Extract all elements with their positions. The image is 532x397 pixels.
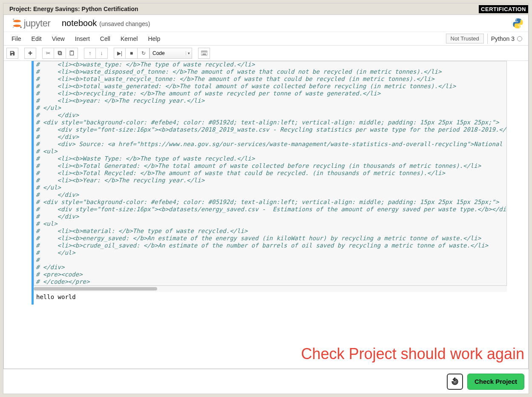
svg-rect-15	[202, 54, 206, 55]
svg-rect-10	[201, 52, 202, 52]
code-line[interactable]: # <div> Source: <a href="https://www.nea…	[36, 141, 505, 148]
code-line[interactable]: # <div style="font-size:16px"><b>dataset…	[36, 206, 505, 213]
svg-point-5	[516, 19, 517, 20]
menu-view[interactable]: View	[47, 33, 70, 45]
code-line[interactable]: # <li><b>total_waste_generated: </b>The …	[36, 83, 505, 90]
kernel-indicator[interactable]: Python 3	[487, 34, 526, 44]
code-line[interactable]: # <li><b>crude_oil_saved: </b>An estimat…	[36, 242, 505, 249]
save-icon	[9, 50, 15, 56]
code-line[interactable]: # <li><b>waste_type: </b>The type of was…	[36, 61, 505, 68]
notebook-header: jupyter notebook (unsaved changes)	[4, 15, 528, 32]
project-title: Project: Energy Savings: Python Certific…	[9, 6, 138, 12]
cut-icon: ✂	[46, 50, 50, 56]
code-line[interactable]: # <li><b>Waste Type: </b>The type of was…	[36, 155, 505, 162]
copy-button[interactable]	[54, 48, 66, 59]
code-line[interactable]: # </code></pre>	[36, 278, 505, 285]
move-up-button[interactable]: ↑	[84, 48, 96, 59]
code-line[interactable]: #	[36, 256, 505, 264]
reset-icon	[451, 377, 459, 386]
svg-rect-13	[205, 52, 206, 52]
svg-rect-12	[204, 52, 204, 52]
svg-rect-11	[203, 52, 204, 52]
code-line[interactable]: # </div>	[36, 112, 505, 119]
cell-type-value: Code	[152, 50, 165, 56]
svg-point-0	[13, 20, 21, 22]
scrollbar-thumb[interactable]	[34, 287, 157, 291]
cell-type-select[interactable]: Code	[150, 48, 192, 59]
code-line[interactable]: # </div>	[36, 133, 505, 141]
jupyter-logo-text: jupyter	[24, 18, 51, 29]
trust-button[interactable]: Not Trusted	[446, 34, 484, 43]
code-line[interactable]: # </ul>	[36, 249, 505, 256]
move-down-button[interactable]: ↓	[96, 48, 108, 59]
add-cell-button[interactable]: ✚	[24, 48, 36, 59]
restart-icon: ↻	[141, 50, 146, 56]
cut-button[interactable]: ✂	[42, 48, 54, 59]
code-line[interactable]: # </div>	[36, 213, 505, 220]
annotation-text: Check Project should work again	[301, 345, 524, 363]
svg-point-3	[20, 26, 22, 28]
notebook-name[interactable]: notebook	[62, 18, 97, 28]
code-line[interactable]: # <ul>	[36, 220, 505, 227]
command-palette-button[interactable]	[198, 48, 210, 59]
svg-point-1	[13, 24, 21, 27]
restart-button[interactable]: ↻	[138, 48, 150, 59]
code-line[interactable]: # <li><b>recycling_rate: </b>The amount …	[36, 90, 505, 97]
check-project-button[interactable]: Check Project	[467, 374, 524, 390]
paste-button[interactable]	[66, 48, 78, 59]
notebook-save-status: (unsaved changes)	[99, 20, 150, 27]
code-line[interactable]: # <ul>	[36, 148, 505, 155]
horizontal-scrollbar[interactable]	[34, 286, 507, 292]
code-line[interactable]: # <li><b>material: </b>The type of waste…	[36, 227, 505, 235]
code-line[interactable]: # </div>	[36, 264, 505, 271]
svg-rect-9	[201, 51, 207, 55]
code-line[interactable]: # <li><b>total_waste_recycle_tonne: </b>…	[36, 75, 505, 83]
code-line[interactable]: # <pre><code>	[36, 271, 505, 278]
menu-edit[interactable]: Edit	[26, 33, 47, 45]
code-line[interactable]: # <div style="background-color: #efebe4;…	[36, 119, 505, 126]
menu-help[interactable]: Help	[143, 33, 165, 45]
notebook-app: jupyter notebook (unsaved changes) File …	[3, 14, 529, 369]
code-input-area[interactable]: # <ul># <li><b>waste_type: </b>The type …	[34, 61, 507, 286]
stop-button[interactable]: ■	[126, 48, 138, 59]
notebook-content[interactable]: # <ul># <li><b>waste_type: </b>The type …	[4, 61, 528, 368]
arrow-up-icon: ↑	[89, 50, 91, 56]
svg-rect-8	[71, 51, 72, 52]
code-line[interactable]: # </div>	[36, 191, 505, 198]
save-button[interactable]	[6, 48, 18, 59]
svg-point-2	[13, 18, 14, 20]
jupyter-logo[interactable]: jupyter	[7, 17, 54, 29]
cell-output: hello world	[34, 292, 507, 305]
stop-icon: ■	[130, 50, 133, 56]
run-icon: ▶|	[117, 50, 122, 56]
python-logo-icon	[512, 17, 524, 29]
code-cell[interactable]: # <ul># <li><b>waste_type: </b>The type …	[32, 61, 507, 305]
menu-file[interactable]: File	[6, 33, 26, 45]
kernel-name: Python 3	[491, 35, 515, 42]
arrow-down-icon: ↓	[101, 50, 103, 56]
code-line[interactable]: # <li><b>energy_saved: </b>An estimate o…	[36, 235, 505, 242]
top-bar: Project: Energy Savings: Python Certific…	[3, 3, 529, 14]
code-line[interactable]: # </ul>	[36, 184, 505, 191]
keyboard-icon	[201, 51, 207, 55]
menu-kernel[interactable]: Kernel	[115, 33, 143, 45]
svg-point-4	[13, 27, 14, 28]
code-line[interactable]: # <li><b>Year: </b>The recycling year.</…	[36, 177, 505, 184]
jupyter-icon	[11, 17, 23, 29]
code-line[interactable]: # <li><b>Total Recycled: </b>The amount …	[36, 170, 505, 177]
code-line[interactable]: # <div style="font-size:16px"><b>dataset…	[36, 126, 505, 133]
run-button[interactable]: ▶|	[114, 48, 126, 59]
footer-bar: Check Project	[3, 369, 529, 394]
menu-insert[interactable]: Insert	[70, 33, 95, 45]
code-line[interactable]: # <li><b>waste_disposed_of_tonne: </b>Th…	[36, 68, 505, 75]
code-line[interactable]: # <div style="background-color: #efebe4;…	[36, 198, 505, 206]
toolbar: ✚ ✂ ↑ ↓ ▶	[4, 46, 528, 61]
code-line[interactable]: # </ul>	[36, 104, 505, 112]
code-line[interactable]: # <li><b>Total Generated: </b>The total …	[36, 162, 505, 170]
code-line[interactable]: # <li><b>year: </b>The recycling year.</…	[36, 97, 505, 104]
menu-cell[interactable]: Cell	[95, 33, 115, 45]
kernel-status-icon	[517, 36, 522, 41]
reset-button[interactable]	[447, 374, 463, 390]
svg-point-6	[519, 26, 520, 27]
certification-badge: CERTIFICATION	[479, 5, 528, 13]
